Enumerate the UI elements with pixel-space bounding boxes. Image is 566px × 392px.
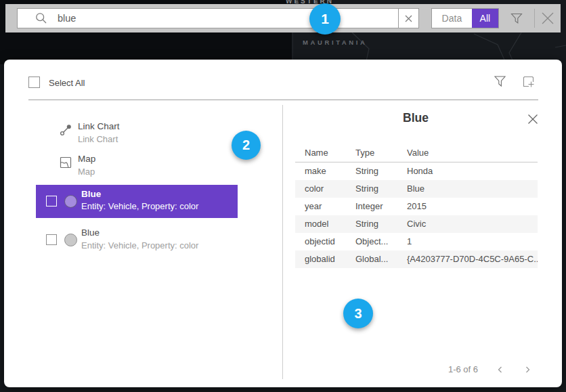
table-row: model String Civic (295, 215, 538, 233)
result-checkbox[interactable] (46, 234, 57, 245)
pagination-prev-icon[interactable] (494, 364, 506, 376)
result-subtitle: Entity: Vehicle, Property: color (81, 240, 198, 251)
result-item-blue-selected[interactable]: Blue Entity: Vehicle, Property: color (36, 185, 238, 218)
result-title: Blue (81, 227, 198, 238)
search-icon (35, 12, 47, 24)
cell-type: String (355, 162, 407, 180)
cell-type: String (355, 180, 407, 198)
cell-value: Blue (407, 180, 538, 198)
cell-type: Integer (355, 198, 407, 215)
clear-search-button[interactable] (398, 9, 418, 28)
list-detail-divider (282, 105, 283, 379)
clear-icon (405, 15, 412, 22)
result-subtitle: Link Chart (78, 134, 120, 145)
select-all-label: Select All (49, 78, 85, 88)
pagination-next-icon[interactable] (521, 364, 534, 376)
search-overlay-screen: WESTERN MAURITANIA Data All (0, 0, 566, 392)
detail-close-icon[interactable] (526, 112, 540, 126)
entity-circle-icon (64, 195, 77, 208)
scope-toggle: Data All (431, 8, 499, 28)
attribute-table: Name Type Value make String Honda color … (295, 144, 538, 268)
result-checkbox[interactable] (46, 196, 57, 206)
cell-name: color (305, 180, 355, 198)
result-subtitle: Map (78, 167, 95, 177)
search-input[interactable] (58, 13, 398, 24)
result-subtitle: Entity: Vehicle, Property: color (81, 201, 198, 212)
pagination-label: 1-6 of 6 (420, 364, 478, 374)
result-title: Map (78, 154, 95, 165)
column-header-type: Type (355, 144, 407, 162)
cell-name: make (305, 162, 355, 180)
toolbar-divider (534, 9, 535, 28)
cell-name: year (305, 198, 355, 215)
result-item-map[interactable]: Map Map (36, 152, 238, 181)
map-label-mauritania: MAURITANIA (303, 39, 367, 46)
cell-name: objectid (305, 233, 355, 251)
detail-title: Blue (294, 111, 538, 125)
column-header-name: Name (305, 144, 355, 162)
result-item-link-chart[interactable]: Link Chart Link Chart (36, 119, 238, 149)
table-row: color String Blue (295, 180, 538, 198)
cell-value: Honda (407, 162, 538, 180)
cell-type: Object... (355, 233, 407, 251)
table-header-row: Name Type Value (295, 144, 538, 162)
map-icon (60, 156, 72, 169)
result-item-blue[interactable]: Blue Entity: Vehicle, Property: color (36, 223, 238, 257)
annotation-callout-2: 2 (232, 131, 261, 160)
cell-name: globalid (305, 251, 355, 268)
annotation-callout-3: 3 (343, 299, 373, 328)
cell-value: Civic (407, 215, 538, 233)
result-title: Link Chart (78, 121, 120, 132)
cell-value: {A4203777-D70D-4C5C-9A65-C... (407, 251, 538, 268)
results-panel: Select All Link Chart Link Chart Map (4, 60, 562, 387)
table-row: objectid Object... 1 (295, 233, 538, 251)
search-box (17, 8, 419, 28)
table-row: globalid Global... {A4203777-D70D-4C5C-9… (295, 251, 538, 268)
cell-value: 1 (407, 233, 538, 251)
scope-option-all[interactable]: All (472, 9, 498, 28)
column-header-value: Value (407, 144, 538, 162)
cell-value: 2015 (407, 198, 538, 215)
toolbar-filter-icon[interactable] (510, 12, 523, 25)
close-search-icon[interactable] (541, 12, 554, 25)
panel-header-divider (28, 100, 538, 100)
entity-circle-icon (64, 234, 77, 246)
table-row: make String Honda (295, 162, 538, 180)
add-selection-icon[interactable] (521, 74, 535, 88)
result-title: Blue (81, 189, 198, 200)
select-all-checkbox[interactable] (28, 77, 40, 88)
search-toolbar: Data All (5, 4, 561, 32)
cell-name: model (305, 215, 355, 233)
results-filter-icon[interactable] (493, 74, 506, 88)
scope-option-data[interactable]: Data (432, 9, 472, 28)
table-row: year Integer 2015 (295, 198, 538, 215)
cell-type: Global... (355, 251, 407, 268)
cell-type: String (355, 215, 407, 233)
link-chart-icon (60, 123, 72, 136)
annotation-callout-1: 1 (309, 3, 341, 35)
